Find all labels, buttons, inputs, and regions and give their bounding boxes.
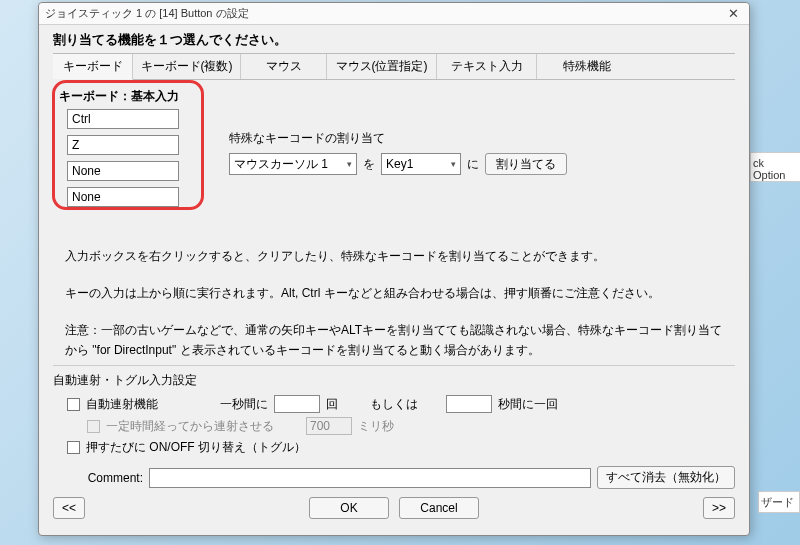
keyboard-section-label: キーボード：基本入力	[59, 88, 735, 105]
background-panel: ck Option	[750, 152, 800, 182]
help-text: 入力ボックスを右クリックすると、クリアしたり、特殊なキーコードを割り当てることが…	[65, 247, 723, 378]
assign-button[interactable]: 割り当てる	[485, 153, 567, 175]
special-keycode-label: 特殊なキーコードの割り当て	[229, 130, 567, 147]
tab-bar: キーボード キーボード(複数) マウス マウス(位置指定) テキスト入力 特殊機…	[53, 53, 735, 80]
ok-button[interactable]: OK	[309, 497, 389, 519]
delay-label: 一定時間経ってから連射させる	[106, 418, 274, 435]
help-p3: 注意：一部の古いゲームなどで、通常の矢印キーやALTキーを割り当てても認識されな…	[65, 321, 723, 359]
prev-button[interactable]: <<	[53, 497, 85, 519]
special-keycode-area: 特殊なキーコードの割り当て マウスカーソル 1 ▾ を Key1 ▾ に 割り当…	[229, 130, 567, 175]
cancel-button[interactable]: Cancel	[399, 497, 479, 519]
special-select-target[interactable]: Key1 ▾	[381, 153, 461, 175]
special-select-source[interactable]: マウスカーソル 1 ▾	[229, 153, 357, 175]
comment-label: Comment:	[53, 471, 143, 485]
tab-keyboard[interactable]: キーボード	[53, 54, 133, 80]
bottom-button-row: << OK Cancel >>	[53, 497, 735, 519]
tab-special[interactable]: 特殊機能	[537, 54, 637, 79]
tab-text-input[interactable]: テキスト入力	[437, 54, 537, 79]
per-sec-pre: 一秒間に	[220, 396, 268, 413]
autofire-label: 自動連射機能	[86, 396, 158, 413]
chevron-down-icon: ▾	[451, 159, 456, 169]
key-input-2[interactable]	[67, 135, 179, 155]
clear-all-button[interactable]: すべて消去（無効化）	[597, 466, 735, 489]
key-input-3[interactable]	[67, 161, 179, 181]
delay-unit: ミリ秒	[358, 418, 394, 435]
tab-keyboard-multi[interactable]: キーボード(複数)	[133, 54, 241, 79]
autofire-section: 自動連射・トグル入力設定 自動連射機能 一秒間に 回 もしくは 秒間に一回 一定…	[53, 365, 735, 456]
titlebar: ジョイスティック 1 の [14] Button の設定 ✕	[39, 3, 749, 25]
label-wo: を	[363, 156, 375, 173]
dialog-heading: 割り当てる機能を１つ選んでください。	[53, 31, 735, 49]
tab-mouse[interactable]: マウス	[241, 54, 327, 79]
per-times-input[interactable]	[446, 395, 492, 413]
delay-input[interactable]	[306, 417, 352, 435]
key-input-1[interactable]	[67, 109, 179, 129]
per-sec-suf: 回	[326, 396, 338, 413]
per-sec-input[interactable]	[274, 395, 320, 413]
tab-mouse-position[interactable]: マウス(位置指定)	[327, 54, 437, 79]
toggle-label: 押すたびに ON/OFF 切り替え（トグル）	[86, 439, 306, 456]
next-button[interactable]: >>	[703, 497, 735, 519]
per-times-suf: 秒間に一回	[498, 396, 558, 413]
background-wizard: ザード	[758, 491, 800, 513]
chevron-down-icon: ▾	[347, 159, 352, 169]
window-title: ジョイスティック 1 の [14] Button の設定	[45, 6, 724, 21]
or-label: もしくは	[370, 396, 418, 413]
help-p2: キーの入力は上から順に実行されます。Alt, Ctrl キーなどと組み合わせる場…	[65, 284, 723, 303]
delay-checkbox[interactable]	[87, 420, 100, 433]
label-ni: に	[467, 156, 479, 173]
autofire-checkbox[interactable]	[67, 398, 80, 411]
help-p1: 入力ボックスを右クリックすると、クリアしたり、特殊なキーコードを割り当てることが…	[65, 247, 723, 266]
dialog-window: ジョイスティック 1 の [14] Button の設定 ✕ 割り当てる機能を１…	[38, 2, 750, 536]
comment-row: Comment: すべて消去（無効化）	[53, 466, 735, 489]
toggle-checkbox[interactable]	[67, 441, 80, 454]
key-input-4[interactable]	[67, 187, 179, 207]
comment-input[interactable]	[149, 468, 591, 488]
close-icon[interactable]: ✕	[724, 6, 743, 21]
